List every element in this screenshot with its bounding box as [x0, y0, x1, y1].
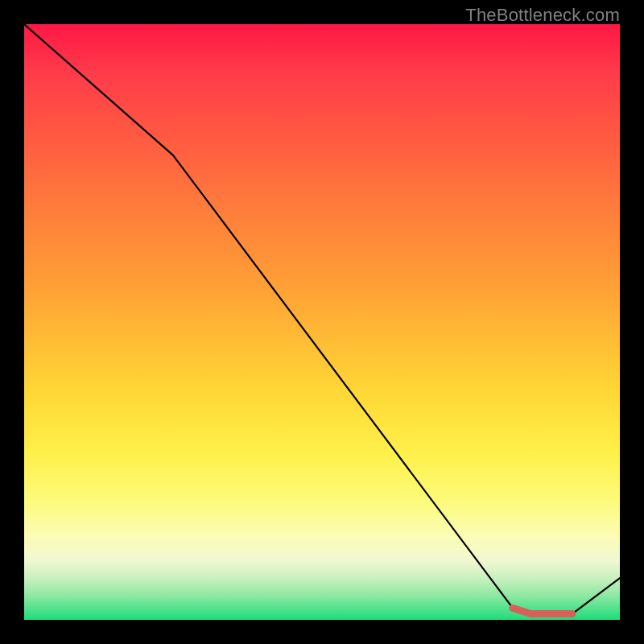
chart-frame: TheBottleneck.com — [0, 0, 644, 644]
watermark-text: TheBottleneck.com — [465, 5, 620, 26]
chart-svg — [24, 24, 620, 620]
highlight-segment — [513, 608, 572, 613]
plot-area — [24, 24, 620, 620]
curve-line — [24, 24, 620, 614]
